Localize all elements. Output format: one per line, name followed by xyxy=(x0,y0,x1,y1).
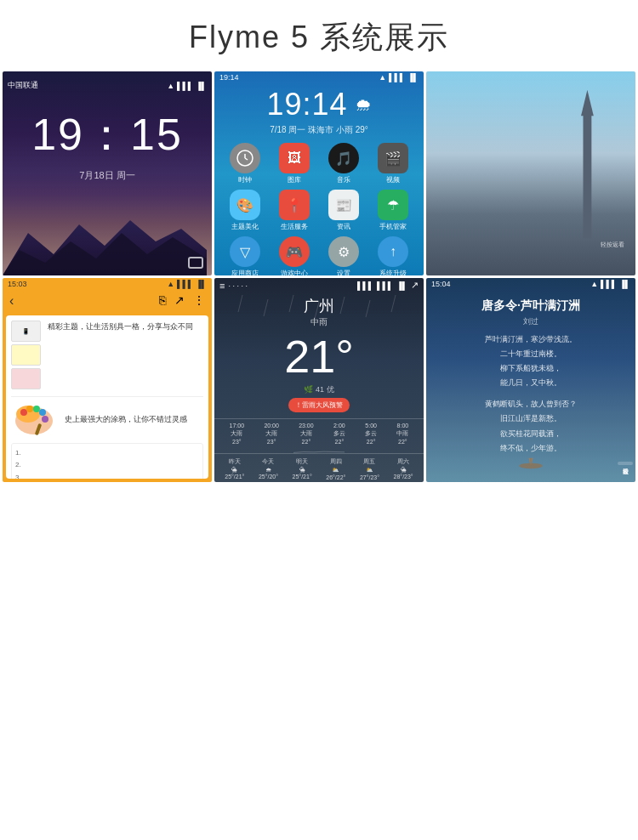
lock-signal: ▌▌▌ xyxy=(177,82,193,90)
w3-icon: 🌦 xyxy=(299,467,305,473)
h4-cond: 多云 xyxy=(333,429,345,438)
notes-action-buttons: ⎘ ↗ ⋮ xyxy=(159,293,205,309)
notes-back-button[interactable]: ‹ xyxy=(9,293,14,309)
svg-rect-6 xyxy=(584,109,592,239)
poetry-line-2: 二十年重过南楼。 xyxy=(485,347,577,361)
app-manager[interactable]: ☂ 手机管家 xyxy=(371,190,415,231)
notes-cards: 📱 xyxy=(11,321,41,389)
poetry-line-3: 柳下系船犹未稳， xyxy=(485,361,577,376)
poetry-wifi: ▲ xyxy=(590,280,598,288)
notes-card-section: 📱 精彩主题，让生活别具一格，分享与众不同 xyxy=(11,321,203,389)
h6-temp: 22° xyxy=(398,439,407,445)
svg-line-16 xyxy=(238,295,242,312)
app-news-label: 资讯 xyxy=(337,222,350,231)
weekly-5: 周五 ⛅ 27°/23° xyxy=(360,457,379,480)
svg-point-14 xyxy=(42,416,48,423)
app-video-label: 视频 xyxy=(386,175,400,184)
app-game-label: 游戏中心 xyxy=(281,269,308,275)
screen-home: 19:14 ▲ ▌▌▌ ▐▌ 19:14 🌧 7/18 周一 珠海市 小雨 29… xyxy=(214,71,424,275)
hourly-5: 5:00 多云 22° xyxy=(365,423,377,445)
app-game[interactable]: 🎮 游戏中心 xyxy=(272,236,316,275)
home-clock: 19:14 xyxy=(266,87,347,122)
app-settings-label: 设置 xyxy=(337,269,350,275)
w6-icon: 🌦 xyxy=(401,467,407,473)
notes-list-item3: 3. xyxy=(15,472,199,479)
svg-line-19 xyxy=(315,302,319,319)
app-update[interactable]: ↑ 系统升级 xyxy=(371,236,415,275)
notes-palette-icon xyxy=(11,402,58,436)
reading-image: 轻按返看 xyxy=(435,205,627,252)
rain-animation xyxy=(214,295,424,346)
weather-status-bar: ≡ · · · · · ▌▌▌ ▌▌▌ ▐▌ ↗ xyxy=(214,278,424,292)
notes-card-3 xyxy=(11,368,41,389)
screen-poetry: 15:04 ▲ ▌▌▌ ▐▌ 唐多令·芦叶满汀洲 刘过 芦叶满汀洲，寒沙带浅流。… xyxy=(426,278,635,482)
weather-menu-icon[interactable]: ≡ xyxy=(219,281,225,291)
app-clock[interactable]: 时钟 xyxy=(223,143,267,184)
app-gallery[interactable]: 🖼 图库 xyxy=(272,143,316,184)
w5-icon: ⛅ xyxy=(366,467,373,474)
weather-signal1: ▌▌▌ xyxy=(357,281,373,290)
h6-time: 8:00 xyxy=(397,423,409,429)
notes-more-icon[interactable]: ⋮ xyxy=(193,293,205,309)
weather-share-icon[interactable]: ↗ xyxy=(411,280,419,291)
poetry-line-5: 黄鹤断矶头，故人曾到否？ xyxy=(485,397,577,411)
svg-point-12 xyxy=(33,406,40,412)
svg-line-20 xyxy=(340,297,345,314)
app-service[interactable]: 📍 生活服务 xyxy=(272,190,316,231)
app-settings[interactable]: ⚙ 设置 xyxy=(322,236,366,275)
h4-time: 2:00 xyxy=(333,423,345,429)
notes-signal: ▌▌▌ xyxy=(177,280,193,288)
weekly-3: 明天 🌦 25°/21° xyxy=(293,457,312,480)
notes-card-1: 📱 xyxy=(11,321,41,342)
w6-day: 周六 xyxy=(397,457,409,466)
w3-day: 明天 xyxy=(296,457,308,466)
w4-temp: 26°/22° xyxy=(326,474,345,480)
svg-line-17 xyxy=(264,299,268,316)
app-manager-label: 手机管家 xyxy=(379,222,407,231)
h2-time: 20:00 xyxy=(264,423,279,429)
app-service-label: 生活服务 xyxy=(281,222,308,231)
h2-cond: 大雨 xyxy=(265,429,277,438)
reading-content: 了不起的盖茨比 盖茨比相信这盏绿灯，相信久违的希望，这个一年年在我们眼前渐渐远去… xyxy=(426,83,635,275)
h3-temp: 22° xyxy=(302,439,311,445)
w2-day: 今天 xyxy=(262,457,274,466)
app-video[interactable]: 🎬 视频 xyxy=(371,143,415,184)
screenshot-grid: 中国联通 ▲ ▌▌▌ ▐▌ 19：15 7月18日 周一 19:14 xyxy=(0,71,638,485)
app-music[interactable]: 🎵 音乐 xyxy=(322,143,366,184)
home-battery: ▐▌ xyxy=(407,73,419,82)
w5-temp: 27°/23° xyxy=(360,474,379,480)
weekly-2: 今天 🌧 25°/20° xyxy=(259,457,278,480)
hourly-4: 2:00 多云 22° xyxy=(333,423,345,445)
lock-landscape xyxy=(3,216,207,275)
poetry-author: 刘过 xyxy=(523,316,538,327)
h5-time: 5:00 xyxy=(365,423,377,429)
w4-day: 周四 xyxy=(330,457,342,466)
notes-text-section: 精彩主题，让生活别具一格，分享与众不同 xyxy=(48,321,193,332)
weekly-4: 周四 ⛅ 26°/22° xyxy=(326,457,345,480)
app-theme[interactable]: 🎨 主题美化 xyxy=(223,190,267,231)
lock-status-right: ▲ ▌▌▌ ▐▌ xyxy=(167,80,207,91)
notes-status-right: ▲ ▌▌▌ ▐▌ xyxy=(167,280,207,288)
lock-battery: ▐▌ xyxy=(196,82,207,90)
home-date-weather: 7/18 周一 珠海市 小雨 29° xyxy=(270,124,368,136)
notes-list-preview: 1. 2. 3. xyxy=(11,443,203,479)
poetry-title: 唐多令·芦叶满汀洲 xyxy=(481,298,580,314)
svg-line-18 xyxy=(289,295,293,312)
hourly-3: 23:00 大雨 22° xyxy=(299,423,314,445)
poetry-time: 15:04 xyxy=(431,280,451,288)
weather-signal2: ▌▌▌ xyxy=(377,281,393,290)
app-store[interactable]: ▽ 应用商店 xyxy=(223,236,267,275)
notes-wifi: ▲ xyxy=(167,280,174,288)
app-news[interactable]: 📰 资讯 xyxy=(322,190,366,231)
svg-line-22 xyxy=(391,295,396,312)
app-clock-label: 时钟 xyxy=(238,175,252,184)
app-store-label: 应用商店 xyxy=(231,269,259,275)
poetry-status-right: ▲ ▌▌▌ ▐▌ xyxy=(590,280,630,288)
h3-time: 23:00 xyxy=(299,423,314,429)
notes-copy-icon[interactable]: ⎘ xyxy=(159,293,166,309)
notes-paint-section: 史上最强大的涂鸦，让你不错过灵感 xyxy=(11,402,203,436)
app-theme-label: 主题美化 xyxy=(231,222,259,231)
h1-temp: 23° xyxy=(232,439,242,445)
notes-share-icon[interactable]: ↗ xyxy=(174,293,185,309)
svg-point-10 xyxy=(20,409,27,416)
